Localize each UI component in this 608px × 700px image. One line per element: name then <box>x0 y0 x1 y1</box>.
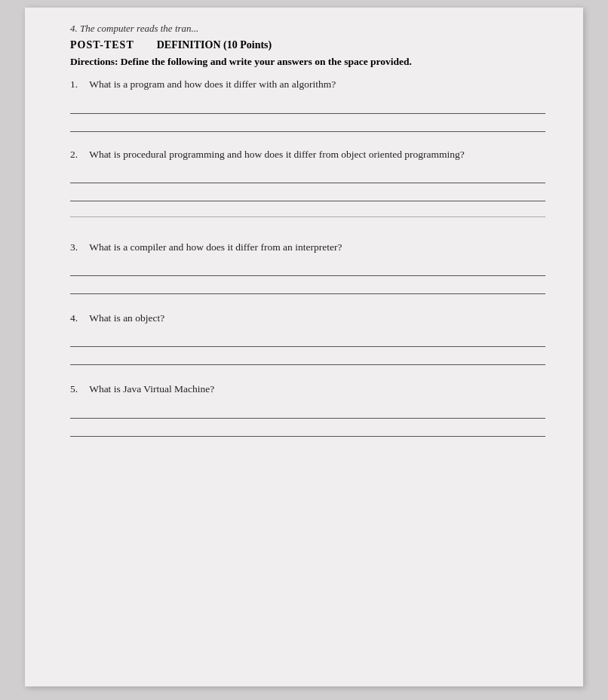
prior-question-text: 4. The computer reads the tran... <box>70 23 545 35</box>
answer-line[interactable] <box>70 167 545 183</box>
question-5-answer-lines <box>70 402 545 438</box>
questions-container: 1. What is a program and how does it dif… <box>70 77 545 438</box>
directions-text: Directions: Define the following and wri… <box>70 54 545 69</box>
question-block-1: 1. What is a program and how does it dif… <box>70 77 545 133</box>
question-3-text: 3. What is a compiler and how does it di… <box>70 240 545 255</box>
exam-page: 4. The computer reads the tran... POST-T… <box>25 8 583 686</box>
question-2-answer-lines <box>70 167 545 203</box>
question-block-2: 2. What is procedural programming and ho… <box>70 147 545 203</box>
answer-line[interactable] <box>70 278 545 294</box>
post-test-label: POST-TEST <box>70 39 134 51</box>
answer-line[interactable] <box>70 115 545 132</box>
question-4-answer-lines <box>70 330 545 367</box>
question-5-text: 5. What is Java Virtual Machine? <box>70 382 545 397</box>
separator <box>70 216 545 217</box>
question-1-text: 1. What is a program and how does it dif… <box>70 77 545 92</box>
answer-line[interactable] <box>70 97 545 114</box>
question-5-number: 5. <box>70 382 87 397</box>
question-1-answer-lines <box>70 97 545 134</box>
question-block-4: 4. What is an object? <box>70 311 545 367</box>
question-3-number: 3. <box>70 240 87 255</box>
answer-line[interactable] <box>70 259 545 276</box>
question-1-number: 1. <box>70 77 87 92</box>
question-4-number: 4. <box>70 311 87 326</box>
definition-label: DEFINITION (10 Points) <box>157 39 272 51</box>
question-4-text: 4. What is an object? <box>70 311 545 326</box>
question-block-5: 5. What is Java Virtual Machine? <box>70 382 545 438</box>
answer-line[interactable] <box>70 402 545 419</box>
question-3-answer-lines <box>70 259 545 296</box>
answer-line[interactable] <box>70 348 545 365</box>
answer-line[interactable] <box>70 185 545 201</box>
question-block-3: 3. What is a compiler and how does it di… <box>70 240 545 296</box>
question-2-text: 2. What is procedural programming and ho… <box>70 147 545 162</box>
answer-line[interactable] <box>70 420 545 437</box>
question-2-number: 2. <box>70 147 87 162</box>
answer-line[interactable] <box>70 330 545 347</box>
section-header: POST-TEST DEFINITION (10 Points) <box>70 39 545 51</box>
